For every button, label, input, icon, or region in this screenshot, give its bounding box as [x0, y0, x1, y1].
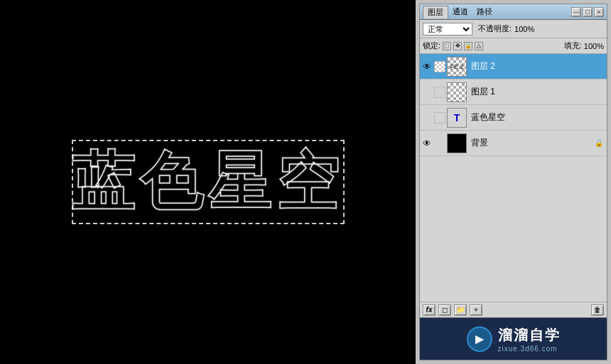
- visibility-eye-1[interactable]: 👁: [421, 87, 433, 98]
- layers-tabs: 图层 通道 路径: [423, 6, 497, 18]
- lock-pixels-icon[interactable]: ⬚: [443, 42, 451, 50]
- opacity-value: 100%: [514, 25, 534, 33]
- delete-layer-button[interactable]: 🗑: [591, 304, 604, 316]
- right-panel: 图层 通道 路径 — □ × 正常 不透明度: 100% 锁定: ⬚ ✥ 🔒 △: [416, 0, 611, 364]
- visibility-eye-2[interactable]: 👁: [421, 61, 433, 72]
- fill-label: 填充:: [564, 40, 582, 51]
- minimize-button[interactable]: —: [571, 7, 581, 17]
- tab-paths[interactable]: 路径: [472, 6, 497, 18]
- visibility-eye-bg[interactable]: 👁: [421, 138, 433, 149]
- layers-list: 👁 FE 2 图层 2 👁 图层 1 👁 T 蓝色星空: [420, 54, 607, 302]
- lock-art-icon[interactable]: △: [475, 42, 483, 50]
- fill-value: 100%: [584, 42, 604, 50]
- layer-thumb-1: [447, 82, 467, 102]
- layer-item-text[interactable]: 👁 T 蓝色星空: [420, 105, 607, 131]
- layer-fx-button[interactable]: fx: [423, 304, 436, 316]
- lock-all-icon[interactable]: 🔒: [464, 42, 472, 50]
- layer-thumb-bg: [447, 133, 467, 153]
- layer-group-button[interactable]: 📁: [454, 304, 467, 316]
- layer-chain-text: [434, 112, 445, 123]
- banner-text-block: 溜溜自学 zixue.3d66.com: [498, 326, 561, 353]
- banner-sub-text: zixue.3d66.com: [498, 345, 561, 353]
- canvas-text: 蓝色星空: [72, 140, 345, 224]
- visibility-eye-text[interactable]: 👁: [421, 112, 433, 123]
- layers-toolbar: fx ◻ 📁 + 🗑: [420, 302, 607, 317]
- banner-logo: ▶: [467, 326, 492, 352]
- layer-name-1: 图层 1: [471, 86, 605, 98]
- titlebar-controls: — □ ×: [571, 7, 604, 17]
- layer-chain-2[interactable]: [434, 61, 445, 72]
- layer-item-2[interactable]: 👁 FE 2 图层 2: [420, 54, 607, 79]
- blend-mode-select[interactable]: 正常: [423, 23, 472, 35]
- layer-name-2: 图层 2: [471, 60, 605, 72]
- close-button[interactable]: ×: [594, 7, 604, 17]
- restore-button[interactable]: □: [583, 7, 593, 17]
- layer-chain-1: [434, 87, 445, 98]
- layer-chain-bg: [434, 138, 445, 149]
- new-layer-button[interactable]: +: [470, 304, 482, 316]
- opacity-label: 不透明度:: [478, 23, 512, 34]
- layers-titlebar: 图层 通道 路径 — □ ×: [420, 4, 607, 20]
- layer-thumb-2: FE 2: [447, 57, 467, 77]
- tab-layers[interactable]: 图层: [423, 6, 448, 18]
- layer-item-bg[interactable]: 👁 背景 🔒: [420, 131, 607, 156]
- layer-name-bg: 背景: [471, 137, 593, 149]
- canvas-area: 蓝色星空: [0, 0, 416, 364]
- blend-opacity-row: 正常 不透明度: 100%: [420, 20, 607, 38]
- layer-name-text: 蓝色星空: [471, 111, 605, 123]
- layer-locked-icon: 🔒: [594, 138, 604, 148]
- layer-item-1[interactable]: 👁 图层 1: [420, 79, 607, 105]
- play-icon: ▶: [475, 332, 484, 346]
- tab-channels[interactable]: 通道: [448, 6, 472, 18]
- lock-position-icon[interactable]: ✥: [453, 42, 462, 50]
- banner-main-text: 溜溜自学: [498, 326, 561, 345]
- canvas-text-wrapper: 蓝色星空: [72, 140, 345, 224]
- bottom-banner: ▶ 溜溜自学 zixue.3d66.com: [420, 317, 607, 360]
- layer-mask-button[interactable]: ◻: [438, 304, 451, 316]
- lock-label: 锁定:: [423, 40, 440, 51]
- layer-thumb-text: T: [447, 108, 467, 128]
- lock-fill-row: 锁定: ⬚ ✥ 🔒 △ 填充: 100%: [420, 38, 607, 54]
- layers-window: 图层 通道 路径 — □ × 正常 不透明度: 100% 锁定: ⬚ ✥ 🔒 △: [419, 4, 607, 360]
